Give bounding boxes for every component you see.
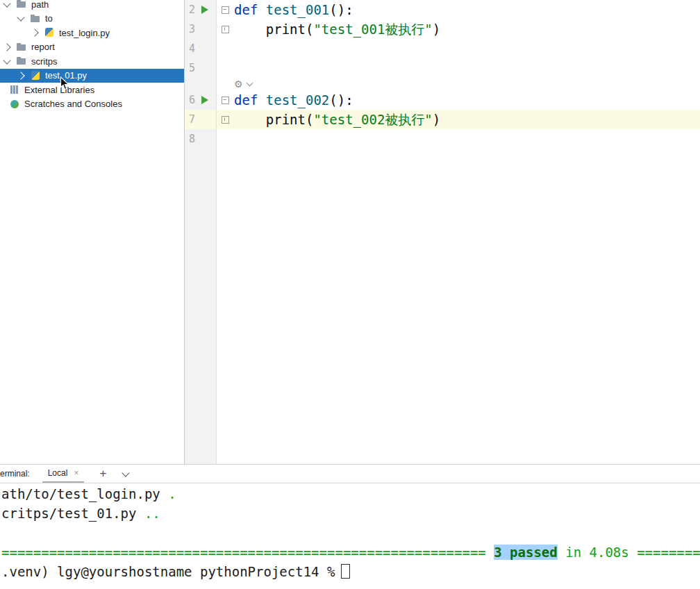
tree-item-test-login-py[interactable]: test_login.py [0,26,184,40]
tree-item-report[interactable]: report [0,40,184,55]
code-text[interactable]: print("test_002被执行") [234,110,700,129]
python-file-icon [30,70,41,81]
editor-gutter[interactable]: 4 [185,39,217,58]
terminal-line: .venv) lgy@yourshostname pythonProject14… [1,562,700,581]
code-token: (): [329,92,353,108]
tree-item-test-01-py[interactable]: test_01.py [0,69,184,83]
editor-line-6[interactable]: 6def test_002(): [185,90,700,110]
chevron-right-icon[interactable] [31,29,38,37]
code-token: print( [234,22,313,37]
code-token [258,2,265,17]
code-text[interactable]: def test_001(): [234,0,700,19]
code-token: ) [433,112,440,127]
terminal-line: critps/test_01.py .. [1,504,700,523]
chevron-down-icon[interactable] [3,56,10,64]
run-test-icon[interactable] [201,6,208,14]
code-token: "test_002被执行" [313,112,432,127]
fold-icon[interactable] [222,116,229,124]
tree-item-scritps[interactable]: scritps [0,54,184,69]
fold-icon[interactable] [222,97,229,104]
terminal-text [629,545,637,560]
terminal-text [486,545,494,560]
editor-gutter[interactable]: 3 [185,19,217,39]
folder-icon [30,13,41,24]
editor-line-7[interactable]: 7 print("test_002被执行") [185,110,700,129]
terminal-output[interactable]: ath/to/test_login.py .critps/test_01.py … [0,483,700,581]
code-text[interactable]: def test_002(): [234,90,700,110]
terminal-tab-local[interactable]: Local × [42,465,85,483]
editor-gutter[interactable]: 6 [185,90,217,110]
terminal-text: in 4.08s [565,545,629,560]
terminal-text: ath/to/test_login.py [1,486,160,501]
line-number[interactable]: 2 [185,0,195,19]
fold-column [217,90,234,110]
terminal-text [558,545,565,560]
editor-gutter[interactable]: 5 [185,58,217,78]
tree-item-external-libraries[interactable]: External Libraries [0,83,184,97]
terminal-line [1,523,700,542]
code-text[interactable] [234,129,700,149]
tree-item-path[interactable]: path [0,0,184,12]
terminal-line: ========================================… [1,542,700,562]
fold-column [217,39,234,58]
run-test-icon[interactable] [201,96,208,104]
fold-icon[interactable] [222,26,229,33]
editor-gutter[interactable]: 2 [185,0,217,19]
folder-icon [16,56,27,67]
tree-item-scratches-and-consoles[interactable]: Scratches and Consoles [0,97,184,112]
editor-gutter[interactable]: 7 [185,110,217,129]
code-token [258,92,265,108]
code-editor[interactable]: 2def test_001():3 print("test_001被执行")45… [185,0,700,464]
chevron-down-icon[interactable] [17,14,24,22]
editor-line-2[interactable]: 2def test_001(): [185,0,700,19]
terminal-text: . [160,486,176,501]
chevron-down-icon[interactable] [122,469,130,476]
project-tree: pathtotest_login.pyreportscritpstest_01.… [0,0,184,111]
chevron-down-icon[interactable] [246,80,253,87]
terminal-tab-bar: erminal: Local × + [0,465,700,483]
run-options-widget[interactable]: ⚙ [234,78,700,90]
editor-line-3[interactable]: 3 print("test_001被执行") [185,19,700,39]
terminal-cursor[interactable] [341,564,350,579]
line-number[interactable]: 4 [185,39,195,58]
line-number[interactable]: 5 [185,58,195,78]
run-icon-slot [195,6,215,14]
editor-gutter [185,78,217,90]
terminal-label: erminal: [0,469,30,479]
folder-icon [16,0,27,10]
terminal-text: ================ [637,545,700,560]
fold-column [217,149,234,464]
line-number[interactable]: 3 [185,19,195,39]
code-text[interactable] [234,58,700,78]
editor-line-5[interactable]: 5 [185,58,700,78]
close-tab-icon[interactable]: × [74,468,78,478]
python-file-icon [44,27,55,38]
terminal-text: .venv) lgy@yourshostname pythonProject14… [1,564,335,579]
terminal-tab-label: Local [48,468,68,478]
line-number[interactable]: 7 [185,110,195,129]
line-number[interactable]: 8 [185,129,195,149]
tree-item-label: Scratches and Consoles [24,99,122,109]
editor-gutter[interactable]: 8 [185,129,217,149]
editor-line-4[interactable]: 4 [185,39,700,58]
line-number[interactable]: 6 [185,90,195,110]
chevron-down-icon[interactable] [3,0,10,7]
tree-item-label: to [45,13,53,24]
folder-icon [16,42,27,53]
tree-item-label: report [31,42,55,52]
chevron-right-icon[interactable] [17,72,24,79]
editor-line-8[interactable]: 8 [185,129,700,149]
tree-item-to[interactable]: to [0,12,184,26]
fold-icon[interactable] [222,6,229,14]
gear-icon[interactable]: ⚙ [234,78,243,90]
mouse-cursor [60,76,69,90]
passed-count-highlight: 3 passed [494,545,558,560]
chevron-right-icon[interactable] [3,43,10,51]
code-text[interactable]: print("test_001被执行") [234,19,700,39]
code-text[interactable] [234,39,700,58]
fold-column [217,78,234,90]
terminal-panel: erminal: Local × + ath/to/test_login.py … [0,464,700,589]
new-terminal-button[interactable]: + [99,467,106,481]
code-token: def [234,92,258,108]
tree-item-label: path [31,0,49,10]
